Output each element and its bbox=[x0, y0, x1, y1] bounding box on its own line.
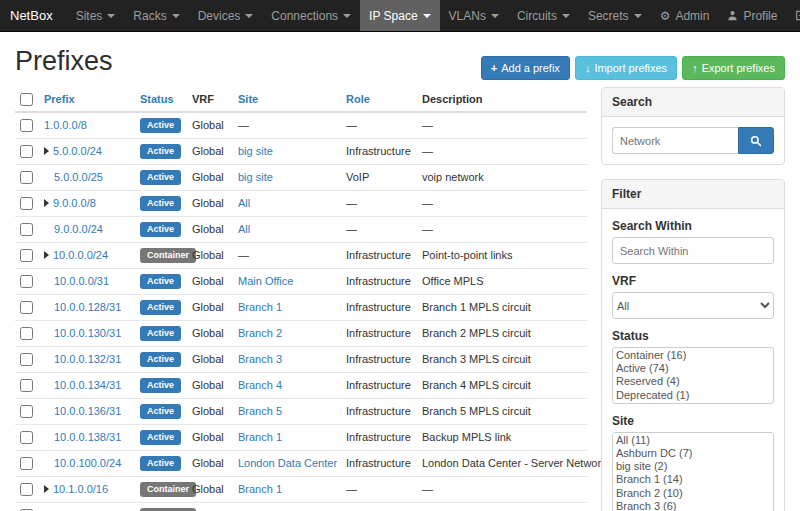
nav-item-connections[interactable]: Connections bbox=[262, 0, 360, 31]
row-checkbox[interactable] bbox=[20, 405, 33, 418]
prefix-link[interactable]: 9.0.0.0/24 bbox=[54, 223, 103, 235]
nav-item-circuits[interactable]: Circuits bbox=[508, 0, 579, 31]
prefix-link[interactable]: 10.0.0.134/31 bbox=[54, 379, 121, 391]
filter-field-label: Search Within bbox=[612, 219, 774, 233]
filter-vrf-select[interactable]: All bbox=[612, 292, 774, 319]
row-checkbox[interactable] bbox=[20, 171, 33, 184]
prefix-cell: 10.1.0.0/24 bbox=[39, 502, 135, 511]
search-input[interactable] bbox=[612, 127, 738, 154]
nav-item-ip-space[interactable]: IP Space bbox=[360, 0, 439, 31]
nav-item-devices[interactable]: Devices bbox=[189, 0, 263, 31]
prefix-cell: 5.0.0.0/24 bbox=[39, 138, 135, 164]
prefix-link[interactable]: 1.0.0.0/8 bbox=[44, 119, 87, 131]
site-link[interactable]: Branch 2 bbox=[238, 327, 282, 339]
site-link[interactable]: All bbox=[238, 223, 250, 235]
row-checkbox[interactable] bbox=[20, 249, 33, 262]
filter-status-listbox[interactable]: Container (16)Active (74)Reserved (4)Dep… bbox=[612, 347, 774, 404]
site-link[interactable]: London Data Center bbox=[238, 457, 337, 469]
row-checkbox[interactable] bbox=[20, 197, 33, 210]
export-prefixes-button[interactable]: ↑ Export prefixes bbox=[682, 56, 785, 80]
prefix-link[interactable]: 10.0.0.128/31 bbox=[54, 301, 121, 313]
import-prefixes-button[interactable]: ↓ Import prefixes bbox=[575, 56, 677, 80]
select-all-checkbox[interactable] bbox=[20, 93, 33, 106]
nav-item-profile[interactable]: Profile bbox=[718, 0, 786, 31]
nav-item-secrets[interactable]: Secrets bbox=[579, 0, 651, 31]
prefix-link[interactable]: 5.0.0.0/24 bbox=[53, 145, 102, 157]
description-cell: Branch 1 MPLS circuit bbox=[417, 294, 587, 320]
site-link[interactable]: Main Office bbox=[238, 275, 293, 287]
status-badge: Active bbox=[140, 118, 181, 133]
prefix-link[interactable]: 10.0.0.0/24 bbox=[53, 249, 108, 261]
nav-item-log-out[interactable]: Log out bbox=[786, 0, 800, 31]
brand-link[interactable]: NetBox bbox=[0, 0, 67, 31]
site-link[interactable]: Branch 5 bbox=[238, 405, 282, 417]
expand-icon[interactable] bbox=[44, 485, 49, 493]
nav-item-label: Secrets bbox=[588, 0, 629, 32]
row-checkbox[interactable] bbox=[20, 301, 33, 314]
row-checkbox[interactable] bbox=[20, 275, 33, 288]
row-checkbox[interactable] bbox=[20, 379, 33, 392]
row-checkbox[interactable] bbox=[20, 431, 33, 444]
vrf-cell: Global bbox=[187, 320, 233, 346]
filter-field-vrf: VRFAll bbox=[612, 274, 774, 319]
row-checkbox[interactable] bbox=[20, 145, 33, 158]
export-prefixes-label: Export prefixes bbox=[702, 61, 775, 75]
description-cell: Office MPLS bbox=[417, 268, 587, 294]
row-checkbox[interactable] bbox=[20, 119, 33, 132]
column-header-status[interactable]: Status bbox=[135, 87, 187, 112]
nav-item-vlans[interactable]: VLANs bbox=[440, 0, 508, 31]
row-checkbox[interactable] bbox=[20, 327, 33, 340]
prefix-link[interactable]: 10.0.0.0/31 bbox=[54, 275, 109, 287]
add-prefix-button[interactable]: + Add a prefix bbox=[481, 56, 570, 80]
site-link[interactable]: Branch 1 bbox=[238, 431, 282, 443]
row-checkbox[interactable] bbox=[20, 457, 33, 470]
status-cell: Active bbox=[135, 398, 187, 424]
site-link[interactable]: Branch 3 bbox=[238, 353, 282, 365]
filter-site-listbox[interactable]: All (11)Ashburn DC (7)big site (2)Branch… bbox=[612, 432, 774, 511]
prefix-link[interactable]: 10.0.0.130/31 bbox=[54, 327, 121, 339]
prefix-cell: 1.0.0.0/8 bbox=[39, 112, 135, 139]
role-cell: Infrastructure bbox=[341, 242, 417, 268]
search-button[interactable] bbox=[738, 127, 774, 154]
site-link[interactable]: Branch 1 bbox=[238, 483, 282, 495]
expand-icon[interactable] bbox=[44, 251, 49, 259]
prefix-row: 10.0.0.0/24ContainerGlobal—Infrastructur… bbox=[15, 242, 587, 268]
role-cell: — bbox=[341, 216, 417, 242]
top-navbar: NetBox SitesRacksDevicesConnectionsIP Sp… bbox=[0, 0, 800, 32]
prefix-link[interactable]: 10.0.0.132/31 bbox=[54, 353, 121, 365]
vrf-cell: Global bbox=[187, 294, 233, 320]
prefix-link[interactable]: 5.0.0.0/25 bbox=[54, 171, 103, 183]
column-header-role[interactable]: Role bbox=[341, 87, 417, 112]
prefix-link[interactable]: 10.1.0.0/16 bbox=[53, 483, 108, 495]
status-badge: Active bbox=[140, 352, 181, 367]
expand-icon[interactable] bbox=[44, 199, 49, 207]
row-checkbox[interactable] bbox=[20, 223, 33, 236]
filter-search-within-input[interactable] bbox=[612, 237, 774, 264]
prefix-link[interactable]: 10.0.100.0/24 bbox=[54, 457, 121, 469]
nav-item-sites[interactable]: Sites bbox=[67, 0, 125, 31]
add-prefix-label: Add a prefix bbox=[501, 61, 560, 75]
chevron-down-icon bbox=[172, 14, 180, 18]
site-link[interactable]: Branch 1 bbox=[238, 301, 282, 313]
status-cell: Active bbox=[135, 294, 187, 320]
role-cell: Infrastructure bbox=[341, 138, 417, 164]
vrf-cell: Global bbox=[187, 502, 233, 511]
prefix-link[interactable]: 10.0.0.136/31 bbox=[54, 405, 121, 417]
prefix-link[interactable]: 9.0.0.0/8 bbox=[53, 197, 96, 209]
prefix-row: 10.0.0.130/31ActiveGlobalBranch 2Infrast… bbox=[15, 320, 587, 346]
nav-item-admin[interactable]: ⚙Admin bbox=[651, 0, 719, 31]
site-link[interactable]: big site bbox=[238, 145, 273, 157]
row-checkbox[interactable] bbox=[20, 483, 33, 496]
nav-item-racks[interactable]: Racks bbox=[124, 0, 188, 31]
site-link[interactable]: big site bbox=[238, 171, 273, 183]
prefix-cell: 10.1.0.0/16 bbox=[39, 476, 135, 502]
prefix-link[interactable]: 10.0.0.138/31 bbox=[54, 431, 121, 443]
site-link[interactable]: Branch 4 bbox=[238, 379, 282, 391]
expand-icon[interactable] bbox=[44, 147, 49, 155]
nav-item-label: Devices bbox=[198, 0, 241, 32]
site-link[interactable]: All bbox=[238, 197, 250, 209]
nav-item-label: Connections bbox=[271, 0, 338, 32]
column-header-site[interactable]: Site bbox=[233, 87, 341, 112]
column-header-prefix[interactable]: Prefix bbox=[39, 87, 135, 112]
row-checkbox[interactable] bbox=[20, 353, 33, 366]
